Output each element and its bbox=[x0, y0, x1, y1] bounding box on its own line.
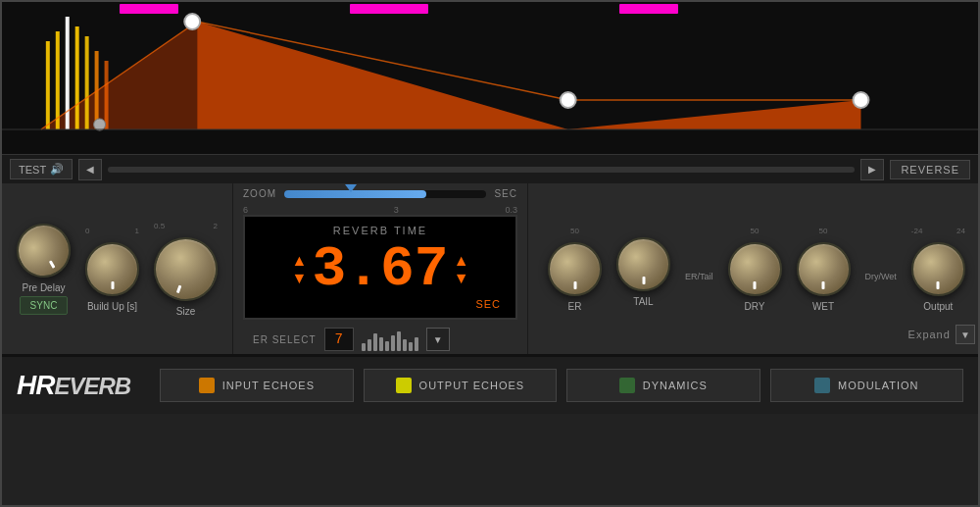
build-up-group: 0 1 Build Up [s] bbox=[85, 227, 139, 312]
plugin-container: TEST 🔊 ◀ ▶ REVERSE Pre Delay SYN bbox=[0, 0, 980, 507]
reverse-button[interactable]: REVERSE bbox=[890, 160, 970, 179]
waveform-canvas bbox=[2, 2, 978, 154]
size-label: Size bbox=[176, 306, 195, 317]
reverb-time-value: 3 . 67 bbox=[312, 241, 448, 298]
er-bar-7 bbox=[397, 331, 401, 351]
up-arrow-r: ▲ bbox=[454, 252, 469, 270]
dry-knob-group: 50 DRY bbox=[728, 227, 782, 312]
zoom-slider[interactable] bbox=[284, 190, 486, 198]
tab-modulation[interactable]: MODULATION bbox=[770, 369, 963, 402]
er-bar-2 bbox=[368, 339, 371, 351]
er-number[interactable]: 7 bbox=[324, 328, 354, 351]
pre-delay-group: Pre Delay SYNC bbox=[17, 224, 71, 315]
svg-point-10 bbox=[184, 14, 200, 29]
knob-indicator bbox=[754, 281, 757, 289]
wet-scale: 50 bbox=[797, 227, 851, 235]
output-echoes-color bbox=[396, 378, 412, 393]
er-scale: 50 bbox=[548, 227, 602, 235]
zoom-bar: ZOOM SEC bbox=[243, 188, 517, 199]
output-knob-group: -24 24 Output bbox=[911, 227, 965, 312]
tab-dynamics[interactable]: DYNAMICS bbox=[566, 369, 760, 402]
knob-indicator bbox=[111, 281, 114, 289]
reverb-int: 3 bbox=[312, 241, 346, 298]
test-button[interactable]: TEST 🔊 bbox=[10, 159, 73, 179]
er-select-row: ER SELECT 7 ▼ bbox=[243, 328, 517, 351]
tab-input-echoes[interactable]: INPUT ECHOES bbox=[160, 369, 353, 402]
tab-modulation-label: MODULATION bbox=[838, 380, 919, 391]
er-bar-8 bbox=[403, 339, 407, 351]
knob-indicator bbox=[822, 281, 825, 289]
build-up-scale-right: 1 bbox=[135, 227, 139, 235]
transport-progress[interactable] bbox=[108, 167, 855, 173]
tab-output-echoes[interactable]: OUTPUT ECHOES bbox=[364, 369, 557, 402]
output-knob[interactable] bbox=[911, 242, 965, 296]
expand-label: Expand bbox=[908, 329, 951, 340]
reverb-dec: 67 bbox=[380, 241, 449, 298]
controls-section: Pre Delay SYNC 0 1 Build Up [s] 0.5 2 bbox=[2, 183, 978, 355]
waveform-section: TEST 🔊 ◀ ▶ REVERSE bbox=[2, 2, 978, 183]
er-bar-4 bbox=[379, 337, 383, 351]
er-tail-label: ER/Tail bbox=[685, 272, 713, 281]
brand-hr: HR bbox=[17, 370, 54, 400]
er-label: ER bbox=[568, 301, 582, 312]
waveform-svg bbox=[2, 2, 978, 154]
input-echoes-color bbox=[199, 378, 215, 393]
er-knob-group: 50 ER bbox=[548, 227, 602, 312]
er-bar-1 bbox=[362, 343, 366, 351]
play-button[interactable]: ▶ bbox=[860, 159, 884, 180]
reverse-label: REVERSE bbox=[901, 164, 959, 176]
er-knob[interactable] bbox=[548, 242, 602, 296]
zoom-val-03: 0.3 bbox=[505, 205, 517, 215]
down-arrow-r: ▼ bbox=[454, 270, 469, 287]
er-bar-9 bbox=[409, 342, 413, 351]
svg-rect-3 bbox=[46, 41, 50, 129]
knob-indicator bbox=[573, 281, 576, 289]
reverb-arrows-right[interactable]: ▲ ▼ bbox=[454, 252, 469, 287]
tab-dynamics-label: DYNAMICS bbox=[643, 380, 708, 391]
pre-delay-knob[interactable] bbox=[7, 213, 80, 286]
marker-bar bbox=[2, 2, 978, 16]
sec-label: SEC bbox=[494, 188, 517, 199]
brand-logo: HREVERB bbox=[17, 370, 130, 401]
er-select-label: ER SELECT bbox=[253, 334, 317, 345]
zoom-label: ZOOM bbox=[243, 188, 276, 199]
wet-knob[interactable] bbox=[797, 242, 851, 296]
svg-point-13 bbox=[94, 119, 106, 130]
dry-scale: 50 bbox=[728, 227, 782, 235]
up-arrow: ▲ bbox=[292, 252, 308, 270]
er-bar-3 bbox=[373, 333, 377, 351]
brand-everb: EVERB bbox=[54, 373, 130, 399]
reverb-time-label: REVERB TIME bbox=[260, 225, 501, 236]
svg-rect-7 bbox=[85, 36, 89, 129]
build-up-knob[interactable] bbox=[85, 242, 139, 296]
build-up-scale-left: 0 bbox=[85, 227, 89, 235]
test-label: TEST bbox=[19, 164, 46, 176]
back-button[interactable]: ◀ bbox=[78, 159, 102, 180]
zoom-indicator bbox=[345, 184, 357, 192]
reverb-dot: . bbox=[346, 241, 380, 298]
size-knob[interactable] bbox=[145, 228, 226, 309]
pink-marker-1 bbox=[120, 4, 178, 14]
er-bars bbox=[362, 328, 418, 351]
output-scale-left: -24 bbox=[911, 227, 923, 235]
expand-button[interactable]: ▼ bbox=[956, 325, 975, 344]
size-scale-left: 0.5 bbox=[154, 222, 165, 230]
pink-marker-3 bbox=[619, 4, 678, 14]
dynamics-color bbox=[619, 378, 635, 393]
size-scale: 0.5 2 bbox=[154, 222, 218, 230]
transport-bar: TEST 🔊 ◀ ▶ REVERSE bbox=[2, 154, 978, 183]
tail-knob[interactable] bbox=[616, 237, 670, 291]
back-icon: ◀ bbox=[86, 164, 94, 175]
build-up-label: Build Up [s] bbox=[87, 301, 137, 312]
knob-indicator bbox=[937, 281, 940, 289]
er-dropdown[interactable]: ▼ bbox=[426, 328, 450, 351]
reverb-arrows-left[interactable]: ▲ ▼ bbox=[292, 252, 308, 287]
er-bar-10 bbox=[415, 337, 418, 351]
speaker-icon: 🔊 bbox=[50, 163, 64, 176]
dry-label: DRY bbox=[745, 301, 765, 312]
sync-button[interactable]: SYNC bbox=[20, 296, 69, 315]
output-label: Output bbox=[923, 301, 953, 312]
knobs-left: Pre Delay SYNC 0 1 Build Up [s] 0.5 2 bbox=[2, 183, 233, 354]
dry-knob[interactable] bbox=[728, 242, 782, 296]
output-scale-right: 24 bbox=[956, 227, 965, 235]
